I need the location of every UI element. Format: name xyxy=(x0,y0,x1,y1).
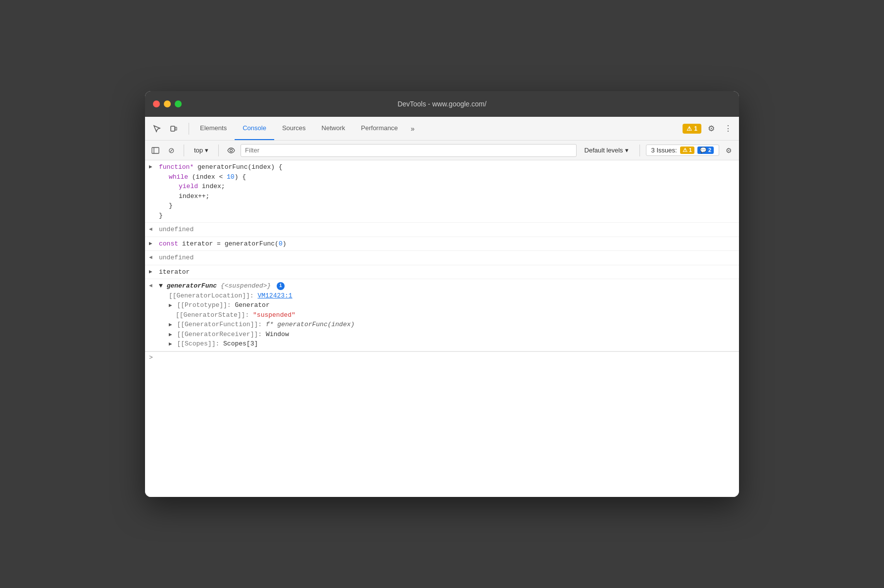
generator-state-row: [[GeneratorState]]: "suspended" xyxy=(169,310,735,320)
issues-warn-badge: ⚠ 1 xyxy=(680,147,694,154)
console-prompt: > xyxy=(149,354,153,361)
clear-console-button[interactable]: ⊘ xyxy=(165,144,178,157)
settings-button[interactable]: ⚙ xyxy=(704,122,718,136)
inspect-element-button[interactable] xyxy=(149,121,165,137)
show-console-sidebar-button[interactable] xyxy=(149,144,162,157)
entry-undefined-2: undefined xyxy=(159,253,735,263)
console-entry-undefined-2: ◀ undefined xyxy=(145,251,739,265)
scopes-expand[interactable]: ▶ xyxy=(169,341,172,347)
tab-performance[interactable]: Performance xyxy=(353,117,405,140)
filter-input[interactable] xyxy=(241,144,576,157)
console-divider-2 xyxy=(218,145,219,156)
main-toolbar: Elements Console Sources Network Perform… xyxy=(145,117,739,141)
toolbar-icon-group xyxy=(149,121,182,137)
warn-small-icon: ⚠ xyxy=(683,147,689,153)
return-arrow-2: ◀ xyxy=(149,253,159,262)
entry-iterator-content: iterator xyxy=(159,267,735,277)
generator-function-row: ▶ [[GeneratorFunction]]: f* generatorFun… xyxy=(169,320,735,330)
console-entry-undefined-1: ◀ undefined xyxy=(145,223,739,237)
expand-arrow[interactable]: ▶ xyxy=(149,162,159,171)
tab-network[interactable]: Network xyxy=(314,117,353,140)
genrecv-expand[interactable]: ▶ xyxy=(169,331,172,338)
devtools-window: DevTools - www.google.com/ Elements xyxy=(145,91,739,497)
generator-location-row: [[GeneratorLocation]]: VM12423:1 xyxy=(169,291,735,301)
more-tabs-button[interactable]: » xyxy=(406,122,420,136)
svg-rect-2 xyxy=(152,147,159,153)
console-toolbar: ⊘ top ▾ Default levels ▾ 3 Issues: ⚠ 1 💬 xyxy=(145,141,739,160)
return-arrow: ◀ xyxy=(149,225,159,234)
log-levels-button[interactable]: Default levels ▾ xyxy=(580,145,634,155)
back-arrow: ◀ xyxy=(149,281,159,290)
scopes-row: ▶ [[Scopes]]: Scopes[3] xyxy=(169,339,735,349)
filter-eye-button[interactable] xyxy=(225,144,238,157)
issues-info-badge: 💬 2 xyxy=(697,147,714,154)
info-icon[interactable]: i xyxy=(277,282,285,290)
svg-point-4 xyxy=(230,149,233,151)
expand-arrow-2[interactable]: ▶ xyxy=(149,239,159,248)
prototype-row: ▶ [[Prototype]]: Generator xyxy=(169,300,735,310)
console-settings-button[interactable]: ⚙ xyxy=(722,144,735,157)
issues-count-button[interactable]: 3 Issues: ⚠ 1 💬 2 xyxy=(646,145,719,156)
tab-elements[interactable]: Elements xyxy=(192,117,235,140)
tab-sources[interactable]: Sources xyxy=(274,117,314,140)
keyword-function: function* xyxy=(159,163,194,171)
issues-badge[interactable]: ⚠ 1 xyxy=(683,124,701,134)
close-button[interactable] xyxy=(153,100,160,107)
entry-const-content: const iterator = generatorFunc(0) xyxy=(159,239,735,249)
console-divider xyxy=(184,145,184,156)
console-entry-iterator: ▶ iterator xyxy=(145,265,739,280)
console-entry-const: ▶ const iterator = generatorFunc(0) xyxy=(145,237,739,251)
expand-arrow-3[interactable]: ▶ xyxy=(149,267,159,276)
chat-icon: 💬 xyxy=(700,147,708,153)
tab-bar: Elements Console Sources Network Perform… xyxy=(192,117,683,140)
console-entry-func-def: ▶ function* generatorFunc(index) { while… xyxy=(145,160,739,223)
maximize-button[interactable] xyxy=(175,100,182,107)
tab-console[interactable]: Console xyxy=(235,117,274,140)
context-selector[interactable]: top ▾ xyxy=(190,145,212,155)
toolbar-divider xyxy=(189,123,189,135)
entry-generator-content: ▼ generatorFunc {<suspended>} i [[Genera… xyxy=(159,281,735,349)
entry-content: function* generatorFunc(index) { while (… xyxy=(159,162,735,220)
window-title: DevTools - www.google.com/ xyxy=(397,100,487,108)
toolbar-right: ⚠ 1 ⚙ ⋮ xyxy=(683,122,735,136)
console-entry-generator: ◀ ▼ generatorFunc {<suspended>} i [[Gene… xyxy=(145,279,739,351)
svg-rect-1 xyxy=(175,127,177,130)
generator-location-link[interactable]: VM12423:1 xyxy=(257,292,292,299)
device-toolbar-button[interactable] xyxy=(166,121,182,137)
minimize-button[interactable] xyxy=(164,100,171,107)
traffic-lights xyxy=(153,100,182,107)
more-options-button[interactable]: ⋮ xyxy=(721,122,735,136)
console-output: ▶ function* generatorFunc(index) { while… xyxy=(145,160,739,497)
title-bar: DevTools - www.google.com/ xyxy=(145,91,739,117)
prototype-expand[interactable]: ▶ xyxy=(169,302,172,308)
entry-undefined-1: undefined xyxy=(159,225,735,235)
generator-receiver-row: ▶ [[GeneratorReceiver]]: Window xyxy=(169,330,735,340)
console-input[interactable] xyxy=(157,354,735,361)
generator-header: ▼ generatorFunc {<suspended>} i xyxy=(159,281,735,291)
svg-rect-0 xyxy=(171,126,175,131)
console-divider-3 xyxy=(639,145,640,156)
warn-icon: ⚠ xyxy=(687,125,692,132)
console-input-row: > xyxy=(145,351,739,363)
genfunc-expand[interactable]: ▶ xyxy=(169,321,172,328)
